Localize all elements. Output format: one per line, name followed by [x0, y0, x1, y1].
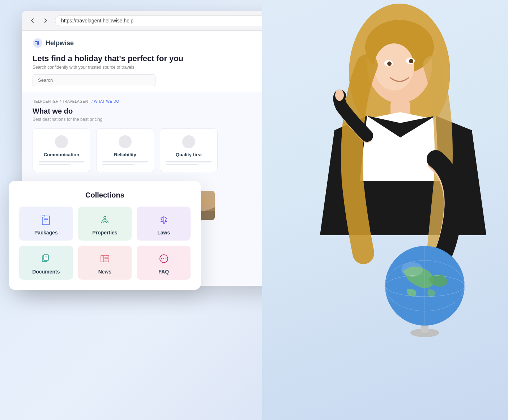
collection-laws[interactable]: Laws [137, 207, 191, 241]
collection-properties[interactable]: Properties [78, 207, 132, 241]
collections-grid: Packages Properties [19, 207, 191, 280]
packages-icon [39, 213, 52, 226]
breadcrumb-travelagent: TRAVELAGENT [62, 99, 90, 103]
laws-icon [157, 213, 170, 226]
svg-rect-24 [161, 221, 163, 222]
communication-icon [55, 135, 68, 148]
faq-icon [157, 252, 170, 265]
svg-rect-25 [165, 221, 167, 222]
feature-card-quality[interactable]: Quality first [160, 128, 218, 172]
quality-lines [166, 161, 212, 165]
forward-button[interactable] [40, 16, 51, 26]
quality-icon [182, 135, 195, 148]
url-text: https://travelagent.helpwise.help [61, 18, 133, 24]
woman-container [262, 0, 508, 420]
documents-icon [39, 252, 52, 265]
line-1 [39, 161, 84, 162]
svg-point-38 [161, 258, 162, 259]
svg-point-47 [387, 61, 392, 66]
reliability-lines [102, 161, 148, 165]
svg-point-44 [374, 43, 414, 90]
properties-label: Properties [92, 230, 117, 236]
collection-news[interactable]: News [78, 246, 132, 280]
reliability-icon [119, 135, 132, 148]
breadcrumb-helpcenter: HELPCENTER [33, 99, 59, 103]
back-button[interactable] [27, 16, 38, 26]
news-label: News [98, 269, 112, 275]
svg-point-39 [163, 258, 164, 259]
line-2 [39, 164, 71, 165]
packages-label: Packages [34, 230, 58, 236]
collection-packages[interactable]: Packages [19, 207, 73, 241]
news-icon [98, 252, 111, 265]
browser-nav [27, 16, 51, 26]
documents-label: Documents [32, 269, 60, 275]
svg-point-48 [409, 59, 413, 63]
collection-faq[interactable]: FAQ [137, 246, 191, 280]
svg-point-58 [401, 262, 423, 277]
properties-icon [98, 213, 111, 226]
collections-panel: Collections Packages [9, 181, 201, 290]
line-2 [166, 164, 198, 165]
faq-label: FAQ [158, 269, 169, 275]
svg-rect-23 [163, 222, 165, 224]
laws-label: Laws [157, 230, 170, 236]
reliability-label: Reliability [114, 152, 136, 157]
communication-lines [39, 161, 84, 165]
breadcrumb-current: WHAT WE DO [94, 99, 119, 103]
line-2 [102, 164, 134, 165]
collections-title: Collections [19, 191, 191, 199]
feature-card-communication[interactable]: Communication [33, 128, 90, 172]
search-input[interactable] [33, 74, 155, 86]
line-1 [102, 161, 148, 162]
svg-point-59 [335, 89, 344, 101]
quality-label: Quality first [176, 152, 202, 157]
communication-label: Communication [44, 152, 79, 157]
feature-card-reliability[interactable]: Reliability [96, 128, 154, 172]
svg-rect-27 [44, 255, 48, 260]
collection-documents[interactable]: Documents [19, 246, 73, 280]
logo-icon [33, 38, 43, 48]
svg-rect-20 [42, 215, 45, 217]
svg-point-40 [165, 258, 166, 259]
svg-point-21 [104, 216, 106, 219]
logo-text: Helpwise [46, 39, 74, 47]
line-1 [166, 161, 212, 162]
woman-figure [262, 0, 508, 420]
